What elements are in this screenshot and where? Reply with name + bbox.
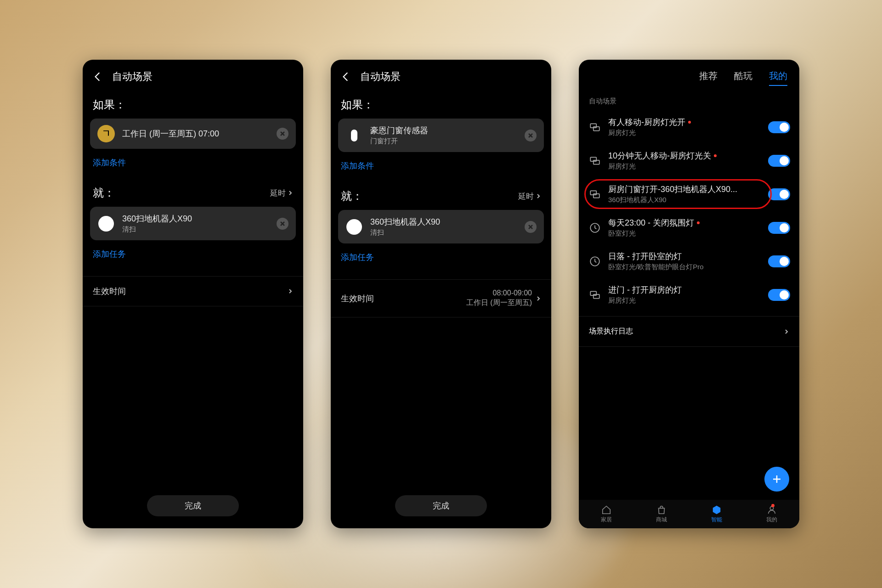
scene-toggle[interactable] xyxy=(768,155,790,167)
condition-card[interactable]: 豪恩门窗传感器 门窗打开 xyxy=(338,119,544,152)
scene-row[interactable]: 每天23:00 - 关闭氛围灯卧室灯光 xyxy=(579,211,799,244)
scene-toggle[interactable] xyxy=(768,289,790,301)
chevron-right-icon xyxy=(288,190,293,196)
link-icon xyxy=(588,288,602,302)
clock-icon xyxy=(97,125,115,142)
phone-screen-2: 自动场景 如果： 豪恩门窗传感器 门窗打开 添加条件 就： 延时 360扫地机器… xyxy=(331,60,551,528)
scene-toggle[interactable] xyxy=(768,121,790,133)
nav-mall-label: 商城 xyxy=(656,516,667,524)
link-icon xyxy=(588,187,602,201)
delay-label: 延时 xyxy=(518,191,534,202)
add-task-link[interactable]: 添加任务 xyxy=(83,240,303,268)
delay-label: 延时 xyxy=(270,188,286,198)
bag-icon xyxy=(656,505,667,515)
scene-subtitle: 厨房灯光 xyxy=(608,296,762,305)
effective-label: 生效时间 xyxy=(93,286,126,297)
chevron-right-icon xyxy=(536,296,541,301)
scene-toggle[interactable] xyxy=(768,222,790,234)
scene-title: 厨房门窗打开-360扫地机器人X90... xyxy=(608,184,762,195)
delay-button[interactable]: 延时 xyxy=(518,191,541,202)
remove-condition-button[interactable] xyxy=(277,128,288,140)
close-icon xyxy=(528,224,533,230)
effective-time-row[interactable]: 生效时间 08:00-09:00 工作日 (周一至周五) xyxy=(331,279,551,317)
if-label: 如果： xyxy=(83,88,303,119)
task-title: 360扫地机器人X90 xyxy=(370,216,517,227)
add-condition-link[interactable]: 添加条件 xyxy=(331,152,551,180)
bottom-nav: 家居 商城 智能 我的 xyxy=(579,500,799,528)
alert-dot xyxy=(714,154,717,157)
add-task-link[interactable]: 添加任务 xyxy=(331,243,551,271)
tab-cool[interactable]: 酷玩 xyxy=(734,70,752,86)
task-sub: 清扫 xyxy=(122,225,269,234)
nav-mall[interactable]: 商城 xyxy=(656,505,667,524)
effective-time-row[interactable]: 生效时间 xyxy=(83,276,303,306)
robot-icon xyxy=(97,215,115,232)
scene-toggle[interactable] xyxy=(768,255,790,267)
header: 自动场景 xyxy=(83,60,303,88)
chevron-right-icon xyxy=(536,193,541,199)
scene-title: 每天23:00 - 关闭氛围灯 xyxy=(608,217,762,228)
scene-log-row[interactable]: 场景执行日志 xyxy=(579,316,799,347)
scene-toggle[interactable] xyxy=(768,188,790,200)
then-header: 就： 延时 xyxy=(331,180,551,210)
tab-recommend[interactable]: 推荐 xyxy=(699,70,718,86)
done-button[interactable]: 完成 xyxy=(395,495,487,516)
nav-home[interactable]: 家居 xyxy=(601,505,612,524)
chevron-right-icon xyxy=(784,329,789,334)
chevron-right-icon xyxy=(288,288,293,294)
scene-row[interactable]: 有人移动-厨房灯光开厨房灯光 xyxy=(579,110,799,144)
clock-outline-icon xyxy=(588,254,602,268)
nav-smart-label: 智能 xyxy=(711,516,722,524)
log-label: 场景执行日志 xyxy=(589,327,633,336)
page-title: 自动场景 xyxy=(112,70,153,84)
remove-task-button[interactable] xyxy=(525,221,537,233)
then-header: 就： 延时 xyxy=(83,176,303,207)
scene-subtitle: 厨房灯光 xyxy=(608,162,762,171)
link-icon xyxy=(588,154,602,168)
scene-subtitle: 卧室灯光/欧普智能护眼台灯Pro xyxy=(608,263,762,271)
condition-card[interactable]: 工作日 (周一至周五) 07:00 xyxy=(90,119,296,149)
scene-row[interactable]: 厨房门窗打开-360扫地机器人X90...360扫地机器人X90 xyxy=(579,177,799,211)
back-icon[interactable] xyxy=(340,71,352,83)
section-label: 自动场景 xyxy=(579,90,799,110)
effective-label: 生效时间 xyxy=(341,293,374,304)
condition-title: 豪恩门窗传感器 xyxy=(370,125,517,136)
scene-row[interactable]: 日落 - 打开卧室的灯卧室灯光/欧普智能护眼台灯Pro xyxy=(579,244,799,278)
add-scene-fab[interactable] xyxy=(764,467,789,492)
scene-title: 日落 - 打开卧室的灯 xyxy=(608,251,762,262)
condition-title: 工作日 (周一至周五) 07:00 xyxy=(122,128,269,139)
tab-mine[interactable]: 我的 xyxy=(769,70,787,86)
scene-row[interactable]: 10分钟无人移动-厨房灯光关厨房灯光 xyxy=(579,144,799,177)
plus-icon xyxy=(771,474,782,485)
nav-me[interactable]: 我的 xyxy=(766,505,777,524)
remove-task-button[interactable] xyxy=(277,218,288,230)
task-sub: 清扫 xyxy=(370,228,517,237)
scene-title: 有人移动-厨房灯光开 xyxy=(608,117,762,128)
delay-button[interactable]: 延时 xyxy=(270,188,293,198)
alert-dot xyxy=(688,121,691,124)
scene-title: 10分钟无人移动-厨房灯光关 xyxy=(608,150,762,161)
sensor-icon xyxy=(345,127,363,144)
page-title: 自动场景 xyxy=(360,70,401,84)
task-card[interactable]: 360扫地机器人X90 清扫 xyxy=(338,210,544,243)
scene-subtitle: 厨房灯光 xyxy=(608,129,762,137)
scene-row[interactable]: 进门 - 打开厨房的灯厨房灯光 xyxy=(579,278,799,311)
nav-smart[interactable]: 智能 xyxy=(711,505,722,524)
remove-condition-button[interactable] xyxy=(525,130,537,141)
if-label: 如果： xyxy=(331,88,551,119)
cube-icon xyxy=(712,505,722,515)
close-icon xyxy=(528,133,533,138)
effective-days: 工作日 (周一至周五) xyxy=(466,298,532,308)
back-icon[interactable] xyxy=(92,71,104,83)
scene-subtitle: 卧室灯光 xyxy=(608,229,762,238)
then-label: 就： xyxy=(341,189,363,204)
add-condition-link[interactable]: 添加条件 xyxy=(83,149,303,176)
close-icon xyxy=(280,221,285,226)
robot-icon xyxy=(345,218,363,236)
then-label: 就： xyxy=(93,186,115,200)
task-card[interactable]: 360扫地机器人X90 清扫 xyxy=(90,207,296,240)
done-button[interactable]: 完成 xyxy=(147,495,239,516)
phone-screen-3: 推荐 酷玩 我的 自动场景 有人移动-厨房灯光开厨房灯光10分钟无人移动-厨房灯… xyxy=(579,60,799,528)
close-icon xyxy=(280,131,285,136)
nav-me-label: 我的 xyxy=(766,516,777,524)
